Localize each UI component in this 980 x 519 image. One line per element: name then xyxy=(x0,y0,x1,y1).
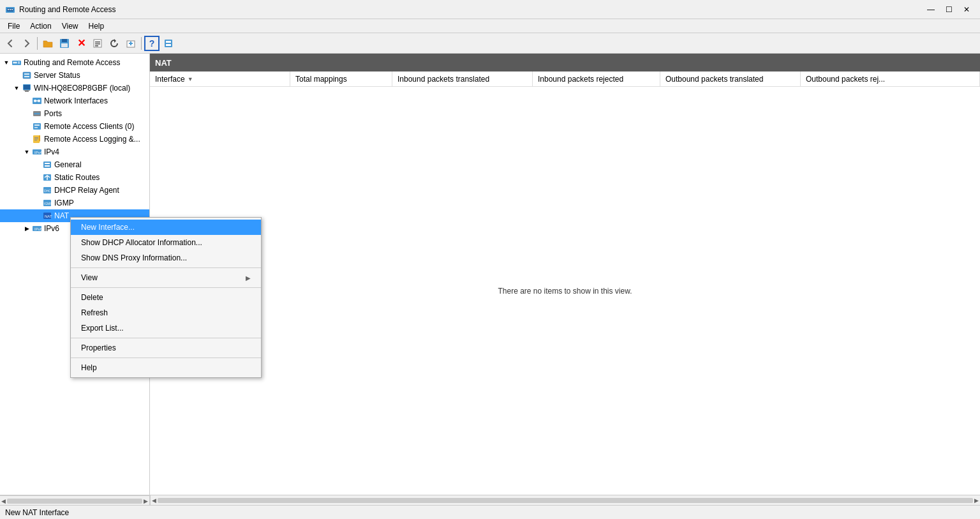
export-button[interactable] xyxy=(123,36,138,51)
svg-rect-21 xyxy=(24,73,29,75)
ctx-help[interactable]: Help xyxy=(71,360,261,375)
svg-point-33 xyxy=(36,113,38,115)
svg-point-18 xyxy=(15,62,17,64)
right-scroll-btn-left[interactable]: ◀ xyxy=(152,497,156,504)
ctx-show-dns[interactable]: Show DNS Proxy Information... xyxy=(71,250,261,266)
content-area: There are no items to show in this view. xyxy=(150,87,980,495)
left-scroll[interactable]: ◀ ▶ xyxy=(0,495,150,506)
tree-item-igmp[interactable]: ▶ IGMP IGMP xyxy=(0,197,149,209)
back-button[interactable] xyxy=(3,36,18,51)
igmp-icon: IGMP xyxy=(42,198,52,208)
ctx-sep-2 xyxy=(71,287,261,288)
properties-button[interactable] xyxy=(90,36,105,51)
separator-2 xyxy=(141,37,142,50)
svg-rect-11 xyxy=(95,45,98,47)
ctx-show-dhcp[interactable]: Show DHCP Allocator Information... xyxy=(71,235,261,250)
tree-label-general: General xyxy=(54,160,82,169)
network-icon xyxy=(32,96,42,106)
svg-text:NAT: NAT xyxy=(45,214,52,218)
svg-point-29 xyxy=(38,100,40,102)
nat-icon: NAT xyxy=(42,211,52,221)
mmc-button[interactable] xyxy=(161,36,176,51)
close-button[interactable]: ✕ xyxy=(958,3,975,16)
tree-item-static-routes[interactable]: ▶ Static Routes xyxy=(0,171,149,184)
clients-icon xyxy=(32,121,42,132)
svg-rect-36 xyxy=(34,124,40,126)
minimize-button[interactable]: — xyxy=(923,3,939,16)
ctx-delete[interactable]: Delete xyxy=(71,290,261,305)
expand-ipv6[interactable]: ▶ xyxy=(22,223,32,234)
tree-label-ra-clients: Remote Access Clients (0) xyxy=(44,122,134,131)
svg-point-4 xyxy=(11,9,13,10)
server-status-icon xyxy=(22,70,32,80)
svg-rect-37 xyxy=(34,127,38,128)
delete-button[interactable]: ✕ xyxy=(73,36,89,51)
ctx-export-list[interactable]: Export List... xyxy=(71,320,261,336)
svg-rect-35 xyxy=(33,123,41,130)
tree-item-root[interactable]: ▼ Routing and Remote Access xyxy=(0,56,149,69)
sort-arrow: ▼ xyxy=(188,76,193,82)
svg-rect-10 xyxy=(95,43,100,45)
col-inbound-translated[interactable]: Inbound packets translated xyxy=(392,71,533,86)
ctx-properties[interactable]: Properties xyxy=(71,340,261,356)
tree-label-server: WIN-HQ8EO8P8GBF (local) xyxy=(34,84,130,93)
tree-item-dhcp[interactable]: ▶ DHCP DHCP Relay Agent xyxy=(0,184,149,197)
svg-point-28 xyxy=(34,100,36,102)
left-scroll-track[interactable] xyxy=(7,499,142,504)
menu-file[interactable]: File xyxy=(3,20,25,32)
menu-view[interactable]: View xyxy=(57,20,84,32)
help-button[interactable]: ? xyxy=(144,36,160,51)
col-outbound-translated[interactable]: Outbound packets translated xyxy=(660,71,801,86)
ctx-refresh[interactable]: Refresh xyxy=(71,305,261,320)
tree-item-general[interactable]: ▶ General xyxy=(0,158,149,171)
col-outbound-rejected[interactable]: Outbound packets rej... xyxy=(801,71,980,86)
window-controls: — ☐ ✕ xyxy=(923,3,975,16)
tree-item-ports[interactable]: ▶ Ports xyxy=(0,107,149,120)
col-total-mappings[interactable]: Total mappings xyxy=(290,71,392,86)
refresh-button[interactable] xyxy=(107,36,122,51)
tree-item-ipv4[interactable]: ▼ IPv4 IPv4 xyxy=(0,146,149,158)
ctx-sep-3 xyxy=(71,338,261,338)
svg-rect-40 xyxy=(34,139,38,139)
status-bar: New NAT Interface xyxy=(0,505,980,519)
forward-button[interactable] xyxy=(19,36,34,51)
right-scroll-track[interactable] xyxy=(158,498,973,503)
tree-item-network[interactable]: ▶ Network Interfaces xyxy=(0,94,149,107)
ctx-new-interface[interactable]: New Interface... xyxy=(71,220,261,235)
static-routes-icon xyxy=(42,172,52,183)
svg-point-32 xyxy=(34,113,36,115)
menu-action[interactable]: Action xyxy=(25,20,56,32)
tree-item-ra-logging[interactable]: ▶ Remote Access Logging &... xyxy=(0,133,149,146)
tree-item-server-status[interactable]: ▶ Server Status xyxy=(0,69,149,82)
col-inbound-rejected[interactable]: Inbound packets rejected xyxy=(533,71,660,86)
maximize-button[interactable]: ☐ xyxy=(940,3,957,16)
separator-1 xyxy=(37,37,38,50)
tree-item-ra-clients[interactable]: ▶ Remote Access Clients (0) xyxy=(0,120,149,133)
svg-point-2 xyxy=(8,9,9,10)
menu-help[interactable]: Help xyxy=(84,20,110,32)
tree-label-dhcp: DHCP Relay Agent xyxy=(54,186,119,195)
left-scroll-btn-right[interactable]: ▶ xyxy=(144,498,148,504)
ctx-view[interactable]: View ▶ xyxy=(71,270,261,285)
save-button[interactable] xyxy=(57,36,72,51)
right-scroll[interactable]: ◀ ▶ xyxy=(150,495,980,506)
tree-label-server-status: Server Status xyxy=(34,71,80,80)
tree: ▼ Routing and Remote Access ▶ xyxy=(0,54,149,237)
router-icon xyxy=(11,57,22,68)
svg-point-34 xyxy=(38,113,40,115)
col-interface[interactable]: Interface ▼ xyxy=(150,71,290,86)
right-scroll-btn-right[interactable]: ▶ xyxy=(974,497,979,504)
expand-server[interactable]: ▼ xyxy=(11,83,22,93)
expand-root[interactable]: ▼ xyxy=(1,57,11,68)
left-scroll-btn-left[interactable]: ◀ xyxy=(1,498,6,504)
tree-item-server[interactable]: ▼ WIN-HQ8EO8P8GBF (local) xyxy=(0,82,149,94)
svg-rect-20 xyxy=(23,72,31,79)
right-panel: NAT Interface ▼ Total mappings Inbound p… xyxy=(150,54,980,495)
menu-bar: File Action View Help xyxy=(0,19,980,33)
folder-button[interactable] xyxy=(40,36,56,51)
status-text: New NAT Interface xyxy=(5,508,69,517)
expand-ipv4[interactable]: ▼ xyxy=(22,147,32,157)
svg-rect-13 xyxy=(165,40,172,47)
panel-header: NAT xyxy=(150,54,980,71)
svg-text:IPv6: IPv6 xyxy=(34,227,42,231)
